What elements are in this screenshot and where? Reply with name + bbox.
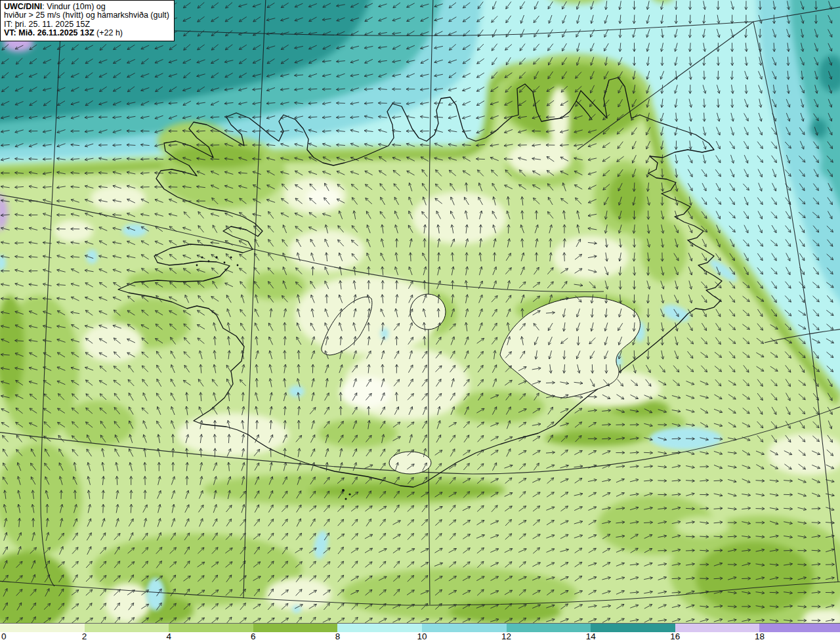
wind-speed-patch (810, 119, 827, 139)
info-line-valid-time: VT: Mið. 26.11.2025 13Z (+22 h) (4, 29, 169, 37)
legend-band (85, 624, 169, 632)
island-dot (196, 265, 198, 267)
wind-speed-patch (505, 64, 643, 140)
island-dot (237, 265, 239, 267)
wind-speed-patch (91, 185, 146, 211)
legend-band (0, 624, 85, 632)
legend-tick-label: 2 (82, 631, 87, 641)
island-dot (345, 498, 347, 500)
wind-speed-patch (308, 483, 505, 499)
legend-tick-label: 18 (755, 631, 765, 641)
legend-band (591, 624, 675, 632)
island-dot (348, 493, 350, 495)
wind-speed-patch (0, 443, 82, 555)
wind-speed-patch (266, 578, 331, 610)
island-dot (224, 262, 226, 264)
legend-tick-label: 4 (166, 631, 171, 641)
wind-speed-patch (608, 172, 645, 222)
legend-band (422, 624, 507, 632)
wind-speed-patch (675, 516, 730, 537)
wind-speed-patch (820, 154, 836, 178)
legend-tick-label: 16 (670, 631, 680, 641)
model-info-box: UWC/DINI: Vindur (10m) og hviður > 25 m/… (0, 0, 175, 41)
wind-speed-patch (450, 600, 561, 624)
valid-time: VT: Mið. 26.11.2025 13Z (4, 28, 94, 37)
wind-speed-patch (105, 583, 151, 622)
map-canvas (0, 0, 840, 624)
legend-tick-label: 14 (586, 631, 596, 641)
island-dot (208, 261, 210, 263)
gust-area-patch (340, 377, 392, 408)
wind-speed-patch (62, 400, 135, 446)
legend-band (337, 624, 422, 632)
legend-tick-labels: 024681012141618 (0, 632, 840, 642)
lake (289, 385, 304, 397)
legend-band (169, 624, 253, 632)
legend-tick-label: 6 (251, 631, 256, 641)
info-line-model: UWC/DINI: Vindur (10m) og (4, 3, 169, 11)
legend-tick-label: 10 (417, 631, 427, 641)
legend-tick-label: 12 (501, 631, 511, 641)
legend-band (675, 624, 760, 632)
gust-area-patch (306, 187, 340, 207)
legend-colorbar: 024681012141618 (0, 623, 840, 642)
legend-band (507, 624, 591, 632)
wind-speed-patch (696, 542, 814, 614)
lake (146, 578, 165, 610)
legend-band (759, 624, 840, 632)
info-line-legend-note: hviður > 25 m/s (hvítt) og hámarkshviða … (4, 11, 169, 20)
lead-time: (+22 h) (94, 28, 123, 37)
wind-speed-patch (127, 269, 225, 291)
wind-speed-patch (171, 144, 262, 168)
model-name: UWC/DINI (4, 2, 42, 11)
model-variable: : Vindur (10m) og (42, 2, 105, 11)
wind-speed-patch (246, 271, 305, 300)
wind-speed-patch (453, 391, 545, 423)
info-line-init-time: IT: þri. 25. 11. 2025 15Z (4, 20, 169, 29)
wind-speed-patch (54, 220, 93, 242)
lake (292, 605, 301, 613)
legend-tick-label: 0 (1, 631, 7, 641)
legend-tick-label: 8 (335, 631, 341, 641)
weather-map-app: UWC/DINI: Vindur (10m) og hviður > 25 m/… (0, 0, 840, 642)
legend-band (253, 624, 338, 632)
